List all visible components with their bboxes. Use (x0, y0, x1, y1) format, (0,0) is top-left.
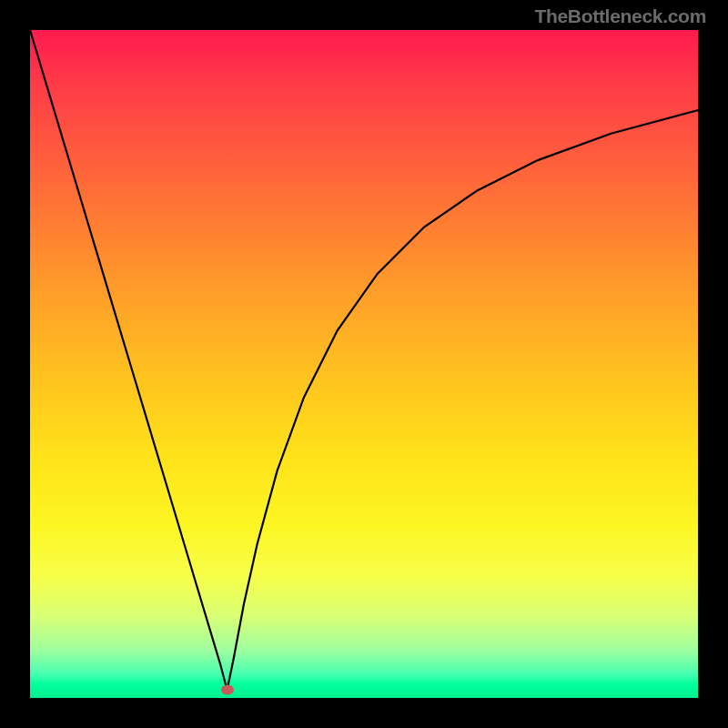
outer-frame: TheBottleneck.com (0, 0, 728, 728)
curve-layer (30, 30, 698, 698)
watermark-text: TheBottleneck.com (534, 5, 706, 27)
minimum-marker (221, 685, 234, 695)
curve-left-branch (30, 30, 228, 690)
curve-right-branch (228, 110, 698, 690)
